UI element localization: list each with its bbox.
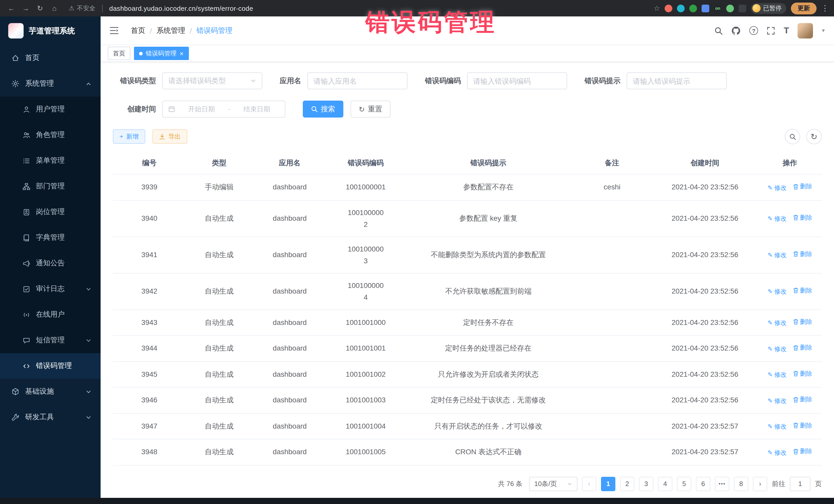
security-chip[interactable]: ⚠ 不安全 [69, 4, 95, 13]
more-pages-button[interactable]: ••• [715, 477, 729, 491]
sidebar-item-system[interactable]: 系统管理 [0, 71, 101, 96]
reset-button[interactable]: ↻ 重置 [351, 101, 390, 117]
sidebar-item-sms[interactable]: 短信管理 [0, 327, 101, 353]
extension-icon-4[interactable] [702, 4, 709, 12]
font-size-icon[interactable]: T [784, 25, 789, 36]
error-type-select[interactable]: 请选择错误码类型 [162, 72, 262, 89]
delete-link[interactable]: 删除 [793, 212, 812, 224]
github-icon[interactable] [731, 26, 741, 35]
cell-ops: ✎修改删除 [758, 387, 822, 413]
sidebar-item-label: 角色管理 [36, 130, 65, 139]
edit-link[interactable]: ✎修改 [768, 447, 787, 459]
search-button[interactable]: 搜索 [303, 101, 343, 117]
delete-link[interactable]: 删除 [793, 285, 812, 297]
browser-update-button[interactable]: 更新 [791, 2, 816, 14]
sidebar-item-notices[interactable]: 通知公告 [0, 250, 101, 276]
address-bar[interactable]: dashboard.yudao.iocoder.cn/system/error-… [109, 4, 253, 12]
cell-remark [572, 273, 652, 309]
page-button-8[interactable]: 8 [734, 477, 748, 491]
sidebar-item-label: 系统管理 [25, 79, 54, 88]
extension-icon-2[interactable] [677, 4, 685, 12]
extension-icon-7[interactable] [739, 4, 746, 12]
page-button-6[interactable]: 6 [696, 477, 710, 491]
refresh-table-button[interactable]: ↻ [806, 129, 822, 144]
toggle-search-button[interactable] [785, 129, 800, 144]
sidebar-item-users[interactable]: 用户管理 [0, 96, 101, 122]
start-date-placeholder: 开始日期 [179, 105, 224, 114]
user-avatar[interactable] [798, 23, 813, 38]
browser-forward-icon[interactable]: → [20, 4, 32, 12]
sidebar-item-posts[interactable]: 岗位管理 [0, 199, 101, 225]
breadcrumb-separator: / [190, 26, 192, 35]
goto-page-input[interactable] [790, 477, 810, 491]
fullscreen-icon[interactable] [767, 26, 775, 35]
delete-link[interactable]: 删除 [793, 181, 812, 193]
sidebar-item-menus[interactable]: 菜单管理 [0, 148, 101, 174]
sidebar-item-roles[interactable]: 角色管理 [0, 122, 101, 148]
sidebar-item-dicts[interactable]: 字典管理 [0, 225, 101, 250]
edit-link[interactable]: ✎修改 [768, 317, 787, 329]
delete-link[interactable]: 删除 [793, 342, 812, 354]
sidebar-item-home[interactable]: 首页 [0, 45, 101, 71]
cell-remark [572, 439, 652, 465]
edit-link[interactable]: ✎修改 [768, 369, 787, 381]
cell-ops: ✎修改删除 [758, 237, 822, 273]
edit-link[interactable]: ✎修改 [768, 250, 787, 262]
page-button-5[interactable]: 5 [677, 477, 691, 491]
bookmark-star-icon[interactable]: ☆ [654, 4, 660, 12]
cell-time: 2021-04-20 23:52:56 [652, 237, 758, 273]
page-button-4[interactable]: 4 [658, 477, 672, 491]
export-button[interactable]: 导出 [152, 129, 187, 144]
date-range-picker[interactable]: 开始日期 - 结束日期 [162, 101, 285, 117]
prev-page-button[interactable]: ‹ [582, 477, 596, 491]
sidebar-item-devtools[interactable]: 研发工具 [0, 404, 101, 430]
help-icon[interactable]: ? [749, 26, 758, 35]
error-hint-input[interactable] [633, 77, 721, 85]
edit-link[interactable]: ✎修改 [768, 286, 787, 298]
breadcrumb-system[interactable]: 系统管理 [156, 26, 185, 35]
tag-close-icon[interactable]: × [180, 50, 183, 57]
tag-error-codes[interactable]: 错误码管理 × [134, 47, 189, 60]
page-button-3[interactable]: 3 [639, 477, 653, 491]
breadcrumb-home[interactable]: 首页 [131, 26, 145, 35]
delete-link[interactable]: 删除 [793, 445, 812, 457]
tag-home[interactable]: 首页 [108, 47, 130, 60]
extension-icon-3[interactable] [689, 4, 697, 12]
delete-link[interactable]: 删除 [793, 420, 812, 431]
delete-link[interactable]: 删除 [793, 394, 812, 406]
edit-link[interactable]: ✎修改 [768, 395, 787, 407]
add-button[interactable]: + 新增 [113, 129, 145, 144]
browser-back-icon[interactable]: ← [5, 4, 18, 12]
hamburger-icon[interactable] [110, 27, 118, 35]
search-icon[interactable] [715, 26, 723, 35]
edit-link[interactable]: ✎修改 [768, 182, 787, 194]
page-button-1[interactable]: 1 [601, 477, 615, 491]
error-code-input[interactable] [473, 77, 561, 85]
sidebar-item-departments[interactable]: 部门管理 [0, 174, 101, 199]
page-size-select[interactable]: 10条/页 [529, 477, 577, 491]
sidebar-item-audit-logs[interactable]: 审计日志 [0, 276, 101, 302]
sidebar-item-online-users[interactable]: 在线用户 [0, 302, 101, 327]
extension-icon-5[interactable]: on [714, 4, 722, 12]
page-button-2[interactable]: 2 [620, 477, 634, 491]
browser-home-icon[interactable]: ⌂ [48, 4, 61, 12]
extension-icon-1[interactable] [665, 4, 672, 12]
delete-link[interactable]: 删除 [793, 248, 812, 260]
cell-type: 自动生成 [186, 361, 253, 387]
app-logo: 芋道管理系统 [0, 17, 101, 45]
col-header-remark: 备注 [572, 152, 652, 174]
edit-link[interactable]: ✎修改 [768, 343, 787, 355]
edit-link[interactable]: ✎修改 [768, 213, 787, 225]
sidebar-item-infrastructure[interactable]: 基础设施 [0, 379, 101, 404]
delete-link[interactable]: 删除 [793, 368, 812, 379]
browser-menu-icon[interactable]: ⋮ [821, 4, 829, 13]
next-page-button[interactable]: › [753, 477, 767, 491]
edit-link[interactable]: ✎修改 [768, 421, 787, 433]
sidebar-item-error-codes[interactable]: 错误码管理 [0, 353, 101, 379]
app-name-input[interactable] [313, 77, 401, 85]
delete-link[interactable]: 删除 [793, 316, 812, 328]
profile-chip[interactable]: 已暂停 [751, 3, 786, 14]
extension-icon-6[interactable] [726, 4, 734, 12]
browser-reload-icon[interactable]: ↻ [34, 4, 46, 12]
avatar-caret-icon[interactable]: ▾ [822, 27, 825, 34]
